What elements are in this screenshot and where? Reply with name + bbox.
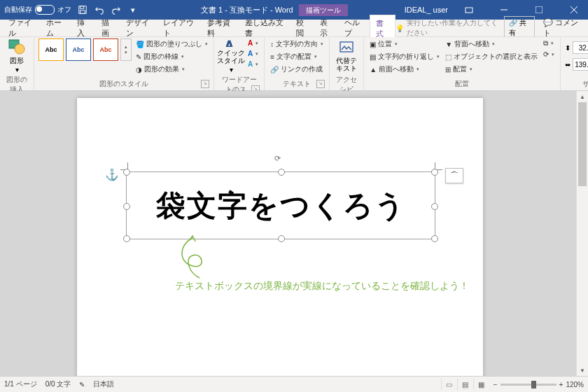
resize-handle[interactable] <box>123 235 130 242</box>
group-accessibility: 代替テ キスト アクセシビリ… <box>330 37 364 90</box>
selection-pane-button[interactable]: ⬚オブジェクトの選択と表示 <box>444 51 539 62</box>
text-fill-button[interactable]: A▾ <box>246 38 260 48</box>
back-icon: ▼ <box>445 41 452 48</box>
group-label: 配置 <box>368 78 556 90</box>
autosave-state: オフ <box>57 5 71 15</box>
resize-handle[interactable] <box>123 169 130 176</box>
wrap-icon: ▤ <box>370 53 376 61</box>
style-thumb[interactable]: Abc <box>66 38 91 61</box>
ribbon: 図形▾ 図形の挿入 Abc Abc Abc ▴▾ 🪣図形の塗りつぶし▾ ✎図形の… <box>0 37 588 91</box>
svg-rect-1 <box>80 6 84 9</box>
layout-options-icon[interactable]: ⌒ <box>445 168 463 183</box>
svg-rect-5 <box>536 6 542 13</box>
zoom-out-icon[interactable]: − <box>493 381 498 388</box>
front-icon: ▲ <box>370 66 377 74</box>
group-label: テキスト↘ <box>269 78 325 90</box>
pen-icon: ✎ <box>136 53 141 61</box>
rotate-button[interactable]: ⟳▾ <box>542 50 556 59</box>
align-objects-button[interactable]: ⊞配置▾ <box>444 64 539 75</box>
bucket-icon: 🪣 <box>136 41 144 48</box>
ribbon-display-icon[interactable] <box>455 0 483 20</box>
resize-handle[interactable] <box>123 203 130 210</box>
scroll-down-icon[interactable]: ▼ <box>577 365 588 376</box>
language-indicator[interactable]: 日本語 <box>93 379 114 389</box>
width-icon: ⬌ <box>565 61 570 69</box>
page[interactable]: ⚓ ⟳ 袋文字をつくろう ⌒ テキストボックスの境界線が実線になっていることを確… <box>77 98 483 376</box>
textbox-content[interactable]: 袋文字をつくろう <box>127 172 435 239</box>
align-icon: ≡ <box>270 53 274 61</box>
group-button[interactable]: ⧉▾ <box>542 38 556 48</box>
resize-handle[interactable] <box>431 203 438 210</box>
link-icon: 🔗 <box>270 66 279 74</box>
web-layout-icon[interactable]: ▦ <box>473 379 489 390</box>
height-input[interactable]: ⬍▴▾ <box>565 41 588 54</box>
dialog-launcher-icon[interactable]: ↘ <box>316 80 325 88</box>
print-layout-icon[interactable]: ▤ <box>457 379 473 390</box>
rotate-handle-icon[interactable]: ⟳ <box>274 154 286 165</box>
position-icon: ▣ <box>370 41 376 48</box>
bring-forward-button[interactable]: ▲前面へ移動▾ <box>368 64 441 75</box>
rotate-icon: ⟳ <box>543 50 549 58</box>
status-bar: 1/1 ページ 0/0 文字 ✎ 日本語 ▭ ▤ ▦ − + 120% <box>0 376 588 392</box>
align-text-button[interactable]: ≡文字の配置▾ <box>269 51 325 62</box>
word-count[interactable]: 0/0 文字 <box>46 379 71 389</box>
user-name[interactable]: IDEAL_ user <box>405 6 448 14</box>
shapes-button[interactable]: 図形▾ <box>4 38 29 74</box>
align-obj-icon: ⊞ <box>445 66 451 74</box>
text-effects-button[interactable]: A▾ <box>246 59 260 69</box>
group-wordart: A クイック スタイル▾ A▾ A▾ A▾ ワードアートのス…↘ <box>214 37 265 90</box>
scroll-thumb[interactable] <box>578 102 587 186</box>
direction-icon: ↕ <box>270 41 274 48</box>
width-input[interactable]: ⬌▴▾ <box>565 58 588 71</box>
shape-fill-button[interactable]: 🪣図形の塗りつぶし▾ <box>134 38 209 50</box>
group-label: 図形のスタイル↘ <box>38 78 209 90</box>
scroll-up-icon[interactable]: ▲ <box>577 91 588 102</box>
style-thumb[interactable]: Abc <box>38 38 64 61</box>
toggle-switch-icon <box>35 5 55 15</box>
text-box[interactable]: 袋文字をつくろう <box>126 172 435 239</box>
zoom-slider[interactable] <box>500 384 556 386</box>
alt-text-button[interactable]: 代替テ キスト <box>334 38 359 74</box>
focus-mode-icon[interactable]: ▭ <box>441 379 457 390</box>
group-insert-shapes: 図形▾ 図形の挿入 <box>0 37 34 90</box>
style-thumb[interactable]: Abc <box>93 38 118 61</box>
zoom-in-icon[interactable]: + <box>559 381 564 388</box>
group-arrange: ▣位置▾ ▤文字列の折り返し▾ ▲前面へ移動▾ ▼背面へ移動▾ ⬚オブジェクトの… <box>364 37 561 90</box>
create-link-button[interactable]: 🔗リンクの作成 <box>269 64 325 75</box>
quick-styles-button[interactable]: A クイック スタイル▾ <box>218 38 244 74</box>
lightbulb-icon: 💡 <box>396 24 404 32</box>
select-icon: ⬚ <box>445 53 451 61</box>
gallery-more-icon[interactable]: ▴▾ <box>120 38 132 61</box>
svg-rect-3 <box>465 8 472 13</box>
window-title: 文書 1 - 互換モード - Word描画ツール <box>144 5 405 15</box>
group-icon: ⧉ <box>543 39 548 48</box>
send-backward-button[interactable]: ▼背面へ移動▾ <box>444 38 539 50</box>
zoom-value[interactable]: 120% <box>566 381 584 388</box>
svg-point-9 <box>15 44 24 54</box>
resize-handle[interactable] <box>278 235 285 242</box>
proofing-icon[interactable]: ✎ <box>79 381 85 388</box>
page-indicator[interactable]: 1/1 ページ <box>4 379 37 389</box>
group-size: ⬍▴▾ ⬌▴▾ サイズ↘ <box>561 37 588 90</box>
text-outline-button[interactable]: A▾ <box>246 49 260 58</box>
dialog-launcher-icon[interactable]: ↘ <box>201 80 209 88</box>
autosave-toggle[interactable]: 自動保存 オフ <box>4 5 71 15</box>
context-tab-label: 描画ツール <box>299 4 348 16</box>
wrap-text-button[interactable]: ▤文字列の折り返し▾ <box>368 51 441 62</box>
annotation-arrow-icon <box>172 234 214 284</box>
zoom-control[interactable]: − + 120% <box>493 381 584 388</box>
autosave-label: 自動保存 <box>4 5 32 15</box>
style-gallery[interactable]: Abc Abc Abc ▴▾ <box>38 38 132 61</box>
resize-handle[interactable] <box>431 235 438 242</box>
text-direction-button[interactable]: ↕文字列の方向▾ <box>269 38 325 50</box>
tell-me[interactable]: 💡実行したい作業を入力してください <box>396 18 501 38</box>
document-area[interactable]: ⚓ ⟳ 袋文字をつくろう ⌒ テキストボックスの境界線が実線になっていることを確… <box>0 91 588 376</box>
shape-outline-button[interactable]: ✎図形の枠線▾ <box>134 51 209 62</box>
shape-effects-button[interactable]: ◑図形の効果▾ <box>134 64 209 75</box>
position-button[interactable]: ▣位置▾ <box>368 38 441 50</box>
resize-handle[interactable] <box>278 169 285 176</box>
resize-handle[interactable] <box>431 169 438 176</box>
vertical-scrollbar[interactable]: ▲ ▼ <box>576 91 588 376</box>
ribbon-tabs: ファイル ホーム 挿入 描画 デザイン レイアウト 参考資料 差し込み文書 校閲… <box>0 20 588 37</box>
share-button[interactable]: 🔗 共有 <box>504 16 535 40</box>
